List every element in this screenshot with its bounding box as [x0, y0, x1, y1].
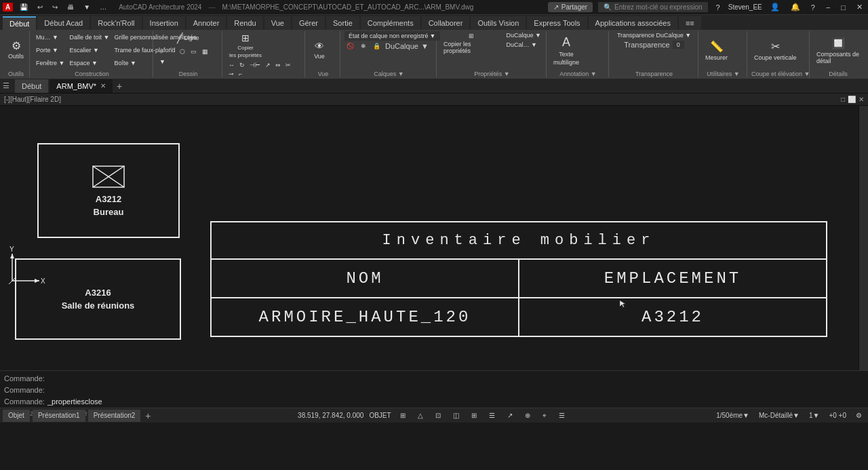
- tab-express-tools[interactable]: Express Tools: [527, 16, 587, 30]
- tab-annoter[interactable]: Annoter: [186, 16, 226, 30]
- btn-dalle[interactable]: Dalle de toit ▼: [67, 33, 111, 41]
- btn-composants[interactable]: 🔲 Composants de détail: [814, 35, 863, 66]
- calque-state[interactable]: État de calque non enregistré ▼: [344, 31, 440, 41]
- tab-arm-bmv-close[interactable]: ✕: [100, 82, 106, 90]
- toggle-4[interactable]: ◫: [450, 411, 462, 420]
- tab-debut-acad[interactable]: Début Acad: [37, 16, 90, 30]
- btn-calque-off[interactable]: 🚫: [344, 42, 356, 50]
- toggle-7[interactable]: ↗: [504, 411, 516, 420]
- toggle-9[interactable]: ⌖: [539, 411, 550, 420]
- btn-mu[interactable]: Mu… ▼: [34, 33, 66, 41]
- canvas-area[interactable]: A3212 Bureau A3216 Salle de réunions Inv…: [0, 106, 868, 370]
- tab-applications[interactable]: Applications associées: [589, 16, 677, 30]
- win-minimize[interactable]: −: [823, 3, 833, 12]
- scale-dropdown[interactable]: 1/50ème▼: [713, 411, 753, 420]
- btn-scale[interactable]: ↗: [263, 61, 273, 69]
- btn-arc[interactable]: ⌒: [166, 46, 176, 56]
- quick-menu[interactable]: ▼: [81, 3, 93, 11]
- toggle-3[interactable]: ⊡: [432, 411, 444, 420]
- share-button[interactable]: ↗ Partager: [548, 2, 593, 12]
- help-icon[interactable]: ?: [713, 3, 723, 12]
- layout-tab-pres1[interactable]: Présentation1: [33, 410, 85, 422]
- layout-tab-pres2[interactable]: Présentation2: [88, 410, 141, 422]
- btn-texte[interactable]: A Texte multiligne: [551, 34, 582, 67]
- win-restore[interactable]: □: [838, 3, 848, 12]
- outils-btn[interactable]: ⚙ Outils: [5, 39, 26, 61]
- btn-poly[interactable]: ⬡: [178, 46, 187, 56]
- toggle-6[interactable]: ☰: [486, 411, 498, 420]
- btn-ligne[interactable]: ╱ Ligne: [174, 31, 201, 45]
- btn-copier-prop2[interactable]: ⊞ Copier les propriétés: [441, 31, 502, 56]
- toggle-5[interactable]: ⊞: [468, 411, 480, 420]
- tab-collaborer[interactable]: Collaborer: [422, 16, 470, 30]
- tab-outils-vision[interactable]: Outils Vision: [471, 16, 526, 30]
- btn-coupe[interactable]: ✂ Coupe verticale: [751, 39, 800, 62]
- btn-trim[interactable]: ✂: [283, 61, 293, 69]
- btn-calque-lock[interactable]: 🔒: [371, 42, 382, 50]
- prop-content: ⊞ Copier les propriétés DuCalque ▼ DuCal…: [441, 31, 543, 69]
- tab-rendu[interactable]: Rendu: [227, 16, 262, 30]
- btn-more[interactable]: ▼: [157, 58, 167, 66]
- gear-btn[interactable]: ⚙: [852, 411, 865, 420]
- toggle-1[interactable]: ⊞: [397, 411, 409, 420]
- quick-undo[interactable]: ↩: [35, 3, 45, 11]
- tab-debut[interactable]: Début: [3, 16, 36, 30]
- toggle-10[interactable]: ☰: [555, 411, 568, 420]
- room-a3212[interactable]: A3212 Bureau: [37, 143, 180, 238]
- btn-vue[interactable]: 👁 Vue: [309, 39, 330, 61]
- ducalque-1[interactable]: DuCalque ▼: [505, 31, 543, 39]
- btn-hatch[interactable]: ▦: [200, 46, 210, 56]
- tab-vue[interactable]: Vue: [264, 16, 291, 30]
- quick-save[interactable]: 💾: [17, 3, 31, 11]
- toggle-8[interactable]: ⊕: [521, 411, 534, 420]
- btn-fenetre[interactable]: Fenêtre ▼: [34, 59, 66, 67]
- btn-espace[interactable]: Espace ▼: [67, 59, 111, 67]
- quick-redo[interactable]: ↪: [50, 3, 60, 11]
- tab-arm-bmv[interactable]: ARM_BMV* ✕: [50, 79, 113, 93]
- scroll-right[interactable]: [859, 106, 868, 370]
- layout-tab-add[interactable]: +: [143, 410, 153, 421]
- notification-icon[interactable]: 🔔: [788, 3, 803, 12]
- btn-mirror[interactable]: ⊣⊢: [248, 61, 262, 69]
- btn-mesurer[interactable]: 📏 Mesurer: [703, 39, 730, 62]
- view-close[interactable]: ✕: [859, 96, 864, 103]
- layout-tab-objet[interactable]: Objet: [3, 410, 30, 422]
- quick-more[interactable]: …: [97, 3, 109, 11]
- tab-extra[interactable]: ≡≡: [679, 16, 701, 30]
- detail-dropdown[interactable]: Mc-Détaillé▼: [755, 411, 803, 420]
- sidebar-toggle[interactable]: ☰: [3, 81, 9, 90]
- trans-ducalque[interactable]: Transparence DuCalque ▼: [615, 31, 693, 39]
- tab-complements[interactable]: Compléments: [361, 16, 420, 30]
- tab-rocknroll[interactable]: Rock'n'Roll: [91, 16, 141, 30]
- user-icon[interactable]: 👤: [768, 3, 783, 12]
- view-maximize[interactable]: ⬜: [848, 96, 856, 103]
- btn-circle[interactable]: ○: [157, 46, 165, 56]
- quick-print[interactable]: 🖶: [64, 3, 77, 11]
- tab-add-btn[interactable]: +: [114, 81, 125, 92]
- ducalque-arrow[interactable]: ▼: [421, 42, 429, 50]
- btn-porte[interactable]: Porte ▼: [34, 46, 66, 54]
- tab-insertion[interactable]: Insertion: [143, 16, 185, 30]
- win-close[interactable]: ✕: [854, 3, 865, 12]
- btn-copier-prop[interactable]: ⊞ Copier les propriétés: [226, 31, 264, 60]
- tab-sortie[interactable]: Sortie: [326, 16, 359, 30]
- btn-escalier[interactable]: Escalier ▼: [67, 46, 111, 54]
- btn-stretch[interactable]: ⇔: [273, 61, 283, 69]
- zoom-value[interactable]: +0 +0: [825, 411, 850, 420]
- search-box[interactable]: 🔍 Entrez mot-clé ou expression: [598, 2, 708, 12]
- tab-gerer[interactable]: Gérer: [292, 16, 325, 30]
- view-restore[interactable]: □: [841, 96, 845, 103]
- btn-extend[interactable]: ⊸: [226, 70, 236, 78]
- trans-value[interactable]: 0: [673, 41, 684, 49]
- btn-rotate[interactable]: ↻: [237, 61, 247, 69]
- ducalque-2[interactable]: DuCal… ▼: [505, 41, 543, 49]
- btn-rect[interactable]: ▭: [189, 46, 199, 56]
- btn-fillet[interactable]: ⌐: [237, 70, 244, 78]
- btn-calque-freeze[interactable]: ❄: [359, 42, 368, 50]
- tab-debut-doc[interactable]: Début: [15, 79, 48, 93]
- btn-move[interactable]: ↔: [226, 61, 237, 69]
- help-btn[interactable]: ?: [808, 3, 818, 12]
- app-logo[interactable]: A: [3, 3, 13, 12]
- toggle-2[interactable]: △: [414, 411, 427, 420]
- annotation-btn[interactable]: 1▼: [806, 411, 823, 420]
